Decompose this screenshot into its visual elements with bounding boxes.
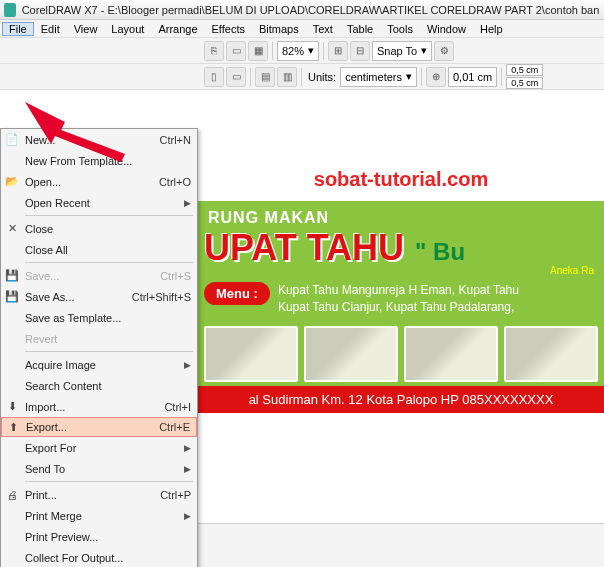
standard-toolbar: ⎘ ▭ ▦ 82%▾ ⊞ ⊟ Snap To▾ ⚙ <box>0 38 604 64</box>
menu-item-print-preview[interactable]: Print Preview... <box>1 526 197 547</box>
menu-item-icon <box>3 529 21 545</box>
submenu-arrow-icon: ▶ <box>184 511 191 521</box>
menu-item-save-as[interactable]: 💾Save As...Ctrl+Shift+S <box>1 286 197 307</box>
menu-item-search-content[interactable]: Search Content <box>1 375 197 396</box>
menu-item-icon: ⬇ <box>3 399 21 415</box>
menu-item-label: Search Content <box>25 380 191 392</box>
menu-item-icon <box>3 357 21 373</box>
banner-graphic: rung Makan UPAT TAHU " Bu Aneka Ra Menu … <box>198 201 604 413</box>
menu-item-label: Save As... <box>25 291 132 303</box>
menu-bar: FileEditViewLayoutArrangeEffectsBitmapsT… <box>0 20 604 38</box>
menu-item-label: Import... <box>25 401 164 413</box>
menu-item-shortcut: Ctrl+Shift+S <box>132 291 191 303</box>
toolbar-button[interactable]: ⎘ <box>204 41 224 61</box>
menu-item-open-recent[interactable]: Open Recent▶ <box>1 192 197 213</box>
menu-item-label: Save... <box>25 270 160 282</box>
menu-item-label: Acquire Image <box>25 359 184 371</box>
menu-effects[interactable]: Effects <box>205 22 252 36</box>
menu-item-print[interactable]: 🖨Print...Ctrl+P <box>1 484 197 505</box>
toolbar-button[interactable]: ⊟ <box>350 41 370 61</box>
menu-item-send-to[interactable]: Send To▶ <box>1 458 197 479</box>
property-bar: ▯ ▭ ▤ ▥ Units: centimeters▾ ⊕ 0,01 cm 0,… <box>0 64 604 90</box>
menu-item-icon <box>3 153 21 169</box>
menu-item-label: Export... <box>26 421 159 433</box>
nudge-icon: ⊕ <box>426 67 446 87</box>
menu-item-label: Print Preview... <box>25 531 191 543</box>
toolbar-button[interactable]: ⊞ <box>328 41 348 61</box>
menu-item-import[interactable]: ⬇Import...Ctrl+I <box>1 396 197 417</box>
snap-combo[interactable]: Snap To▾ <box>372 41 432 61</box>
nudge-input[interactable]: 0,01 cm <box>448 67 497 87</box>
menu-window[interactable]: Window <box>420 22 473 36</box>
title-bar: CorelDRAW X7 - E:\Blooger permadi\BELUM … <box>0 0 604 20</box>
watermark-text: sobat-tutorial.com <box>198 150 604 201</box>
menu-item-icon: 💾 <box>3 289 21 305</box>
menu-tools[interactable]: Tools <box>380 22 420 36</box>
toolbar-button[interactable]: ▭ <box>226 41 246 61</box>
menu-item-label: Send To <box>25 463 184 475</box>
menu-item-acquire-image[interactable]: Acquire Image▶ <box>1 354 197 375</box>
orientation-landscape[interactable]: ▭ <box>226 67 246 87</box>
submenu-arrow-icon: ▶ <box>184 360 191 370</box>
menu-item-icon <box>3 550 21 566</box>
units-combo[interactable]: centimeters▾ <box>340 67 417 87</box>
menu-item-icon: ⬆ <box>4 419 22 435</box>
menu-item-icon <box>3 378 21 394</box>
menu-item-save-as-template[interactable]: Save as Template... <box>1 307 197 328</box>
menu-badge: Menu : <box>204 282 270 305</box>
menu-text[interactable]: Text <box>306 22 340 36</box>
menu-item-save: 💾Save...Ctrl+S <box>1 265 197 286</box>
menu-file[interactable]: File <box>2 22 34 36</box>
annotation-arrow <box>25 102 125 164</box>
menu-item-open[interactable]: 📂Open...Ctrl+O <box>1 171 197 192</box>
menu-item-revert: Revert <box>1 328 197 349</box>
menu-item-close-all[interactable]: Close All <box>1 239 197 260</box>
banner-header: rung Makan <box>198 209 604 227</box>
document-canvas[interactable]: sobat-tutorial.com rung Makan UPAT TAHU … <box>198 150 604 413</box>
menu-item-icon <box>3 331 21 347</box>
menu-arrange[interactable]: Arrange <box>151 22 204 36</box>
options-button[interactable]: ⚙ <box>434 41 454 61</box>
menu-edit[interactable]: Edit <box>34 22 67 36</box>
banner-title: UPAT TAHU <box>198 227 404 269</box>
menu-item-label: Print... <box>25 489 160 501</box>
menu-item-label: Close <box>25 223 191 235</box>
banner-photos <box>198 322 604 386</box>
menu-item-label: Export For <box>25 442 184 454</box>
dup-x[interactable]: 0,5 cm <box>506 64 543 76</box>
orientation-portrait[interactable]: ▯ <box>204 67 224 87</box>
units-label: Units: <box>306 71 338 83</box>
menu-item-icon: ✕ <box>3 221 21 237</box>
page-button[interactable]: ▤ <box>255 67 275 87</box>
menu-item-label: Revert <box>25 333 191 345</box>
menu-item-label: Open Recent <box>25 197 184 209</box>
menu-help[interactable]: Help <box>473 22 510 36</box>
menu-item-label: Print Merge <box>25 510 184 522</box>
page-button[interactable]: ▥ <box>277 67 297 87</box>
menu-item-export-for[interactable]: Export For▶ <box>1 437 197 458</box>
submenu-arrow-icon: ▶ <box>184 464 191 474</box>
menu-layout[interactable]: Layout <box>104 22 151 36</box>
menu-item-label: Collect For Output... <box>25 552 191 564</box>
toolbar-button[interactable]: ▦ <box>248 41 268 61</box>
menu-item-close[interactable]: ✕Close <box>1 218 197 239</box>
menu-item-label: Close All <box>25 244 191 256</box>
food-photo <box>504 326 598 382</box>
menu-item-icon: 📄 <box>3 132 21 148</box>
menu-item-icon <box>3 508 21 524</box>
menu-item-shortcut: Ctrl+S <box>160 270 191 282</box>
menu-view[interactable]: View <box>67 22 105 36</box>
menu-item-print-merge[interactable]: Print Merge▶ <box>1 505 197 526</box>
dup-y[interactable]: 0,5 cm <box>506 77 543 89</box>
menu-item-icon: 📂 <box>3 174 21 190</box>
menu-item-export[interactable]: ⬆Export...Ctrl+E <box>1 417 197 437</box>
menu-text: Kupat Tahu Mangunreja H Eman, Kupat Tahu… <box>278 282 519 316</box>
zoom-combo[interactable]: 82%▾ <box>277 41 319 61</box>
menu-bitmaps[interactable]: Bitmaps <box>252 22 306 36</box>
menu-item-label: Open... <box>25 176 159 188</box>
menu-item-collect-for-output[interactable]: Collect For Output... <box>1 547 197 567</box>
menu-table[interactable]: Table <box>340 22 380 36</box>
banner-footer: al Sudirman Km. 12 Kota Palopo HP 085XXX… <box>198 386 604 413</box>
submenu-arrow-icon: ▶ <box>184 198 191 208</box>
window-title: CorelDRAW X7 - E:\Blooger permadi\BELUM … <box>22 4 600 16</box>
